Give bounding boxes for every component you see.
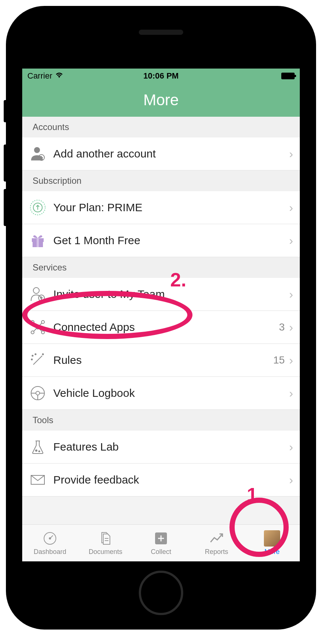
row-label: Features Lab xyxy=(53,441,289,453)
network-icon xyxy=(29,318,47,336)
avatar-icon xyxy=(264,530,280,547)
mail-icon xyxy=(29,471,47,489)
side-button xyxy=(4,189,7,226)
row-label: Provide feedback xyxy=(53,474,289,486)
svg-line-14 xyxy=(34,323,36,326)
tab-collect[interactable]: Collect xyxy=(133,525,189,561)
svg-point-13 xyxy=(41,331,44,334)
settings-list[interactable]: Accounts Add another account › Subscript… xyxy=(22,117,300,524)
tab-label: Documents xyxy=(88,548,122,556)
row-your-plan[interactable]: Your Plan: PRIME › xyxy=(22,191,300,224)
svg-point-7 xyxy=(33,288,39,293)
section-header-tools: Tools xyxy=(22,410,300,431)
page-title: More xyxy=(22,83,300,117)
row-label: Connected Apps xyxy=(53,321,279,333)
chevron-right-icon: › xyxy=(289,473,293,487)
tab-label: Collect xyxy=(151,548,171,556)
speedometer-icon xyxy=(42,530,58,547)
user-outline-plus-icon xyxy=(29,285,47,303)
svg-point-24 xyxy=(36,391,40,395)
chevron-right-icon: › xyxy=(289,440,293,454)
svg-point-9 xyxy=(36,325,40,329)
flask-icon xyxy=(29,438,47,456)
phone-frame: Carrier 10:06 PM More Accounts Add anoth… xyxy=(7,7,315,628)
svg-line-16 xyxy=(34,329,36,331)
tab-more[interactable]: More xyxy=(244,525,300,561)
svg-point-22 xyxy=(43,354,44,355)
phone-speaker xyxy=(139,30,183,35)
row-provide-feedback[interactable]: Provide feedback › xyxy=(22,464,300,497)
chevron-right-icon: › xyxy=(289,147,293,161)
chevron-right-icon: › xyxy=(289,288,293,301)
chart-line-icon xyxy=(208,530,225,547)
tab-label: More xyxy=(264,548,279,556)
clock-label: 10:06 PM xyxy=(143,71,178,81)
row-vehicle-logbook[interactable]: Vehicle Logbook › xyxy=(22,377,300,410)
chevron-right-icon: › xyxy=(289,234,293,248)
svg-point-20 xyxy=(35,354,36,355)
tab-reports[interactable]: Reports xyxy=(189,525,244,561)
svg-point-10 xyxy=(31,321,34,323)
row-label: Invite user to My Team xyxy=(53,288,289,301)
user-plus-icon xyxy=(29,145,47,163)
home-button[interactable] xyxy=(139,571,183,615)
svg-point-29 xyxy=(39,451,40,452)
svg-rect-6 xyxy=(37,238,39,247)
row-add-account[interactable]: Add another account › xyxy=(22,137,300,170)
svg-point-0 xyxy=(34,147,40,153)
row-month-free[interactable]: Get 1 Month Free › xyxy=(22,224,300,257)
count-badge: 15 xyxy=(273,354,285,366)
svg-point-28 xyxy=(36,450,37,451)
side-button xyxy=(4,145,7,182)
chevron-right-icon: › xyxy=(289,353,293,367)
row-invite-user[interactable]: Invite user to My Team › xyxy=(22,278,300,311)
tab-documents[interactable]: Documents xyxy=(78,525,133,561)
tab-label: Reports xyxy=(205,548,228,556)
wand-icon xyxy=(29,351,47,369)
tab-label: Dashboard xyxy=(34,548,66,556)
tab-bar: Dashboard Documents Collect Reports xyxy=(22,524,300,561)
svg-point-12 xyxy=(31,331,34,334)
carrier-label: Carrier xyxy=(27,71,52,81)
count-badge: 3 xyxy=(279,321,285,333)
plus-square-icon xyxy=(153,530,169,547)
svg-line-15 xyxy=(39,323,42,326)
section-header-services: Services xyxy=(22,257,300,278)
documents-icon xyxy=(97,530,114,547)
plan-icon xyxy=(29,199,47,216)
wifi-icon xyxy=(55,71,63,81)
phone-screen: Carrier 10:06 PM More Accounts Add anoth… xyxy=(22,69,300,561)
row-label: Get 1 Month Free xyxy=(53,234,289,247)
section-header-subscription: Subscription xyxy=(22,170,300,191)
svg-point-11 xyxy=(41,321,44,323)
svg-line-17 xyxy=(39,329,42,331)
chevron-right-icon: › xyxy=(289,386,293,400)
row-rules[interactable]: Rules 15 › xyxy=(22,344,300,377)
gift-icon xyxy=(29,232,47,249)
row-label: Your Plan: PRIME xyxy=(53,201,289,214)
row-features-lab[interactable]: Features Lab › xyxy=(22,431,300,464)
svg-point-19 xyxy=(32,355,33,356)
steering-wheel-icon xyxy=(29,384,47,402)
row-label: Add another account xyxy=(53,147,289,160)
battery-icon xyxy=(281,73,295,79)
chevron-right-icon: › xyxy=(289,321,293,334)
row-label: Vehicle Logbook xyxy=(53,387,289,399)
section-header-accounts: Accounts xyxy=(22,117,300,137)
svg-point-33 xyxy=(49,538,51,539)
svg-line-18 xyxy=(33,356,42,365)
row-connected-apps[interactable]: Connected Apps 3 › xyxy=(22,311,300,344)
side-button xyxy=(4,100,7,122)
tab-dashboard[interactable]: Dashboard xyxy=(22,525,78,561)
svg-point-21 xyxy=(31,359,33,360)
status-bar: Carrier 10:06 PM xyxy=(22,69,300,83)
chevron-right-icon: › xyxy=(289,201,293,215)
row-label: Rules xyxy=(53,354,273,366)
